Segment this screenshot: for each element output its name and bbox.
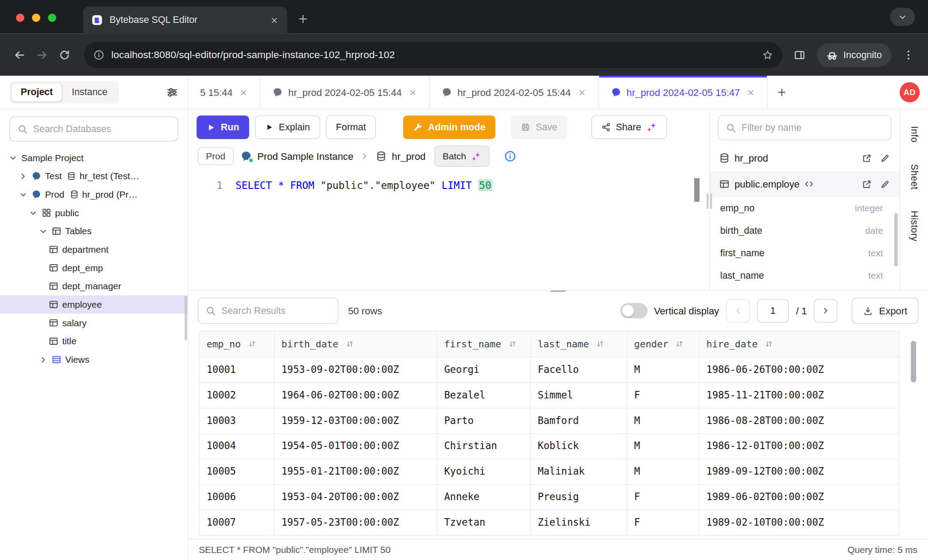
column-row-emp_no[interactable]: emp_nointeger [710,197,900,220]
cell[interactable]: M [627,408,699,433]
cell[interactable]: 1985-11-21T00:00:00Z [699,382,899,408]
schema-table-row[interactable]: public.employe [710,171,900,197]
chevron-down-icon[interactable] [8,153,18,163]
new-browser-tab-button[interactable] [293,9,313,29]
sort-icon[interactable] [346,340,354,348]
tree-item-salary[interactable]: salary [0,314,188,332]
tree-item-department[interactable]: department [0,240,188,259]
page-number-input[interactable] [757,299,789,323]
cell[interactable]: 1989-02-10T00:00:00Z [699,510,899,535]
chevron-down-icon[interactable] [38,226,48,236]
search-databases-input[interactable] [33,124,170,134]
column-row-first_name[interactable]: first_nametext [710,242,900,265]
window-close-button[interactable] [16,14,24,22]
tab-project[interactable]: Project [11,83,63,102]
back-button[interactable] [8,44,31,66]
window-minimize-button[interactable] [32,14,41,22]
column-header-last_name[interactable]: last_name [530,332,627,357]
reload-button[interactable] [53,44,76,66]
cell[interactable]: Georgi [437,357,530,383]
cell[interactable]: Chirstian [437,433,530,459]
cell[interactable]: Zielinski [530,510,627,535]
schema-panel-scrollbar[interactable] [894,213,898,266]
query-tab[interactable]: hr_prod 2024-02-05 15:44 [430,76,599,109]
column-header-hire_date[interactable]: hire_date [699,332,899,357]
tab-sheet[interactable]: Sheet [909,164,919,189]
sort-icon[interactable] [248,340,256,348]
cell[interactable]: M [627,357,699,383]
cell[interactable]: 10002 [199,382,274,408]
sidebar-scrollbar[interactable] [184,296,187,340]
column-header-emp_no[interactable]: emp_no [199,332,274,357]
sort-icon[interactable] [765,340,773,348]
cell[interactable]: Parto [437,408,530,433]
prev-page-button[interactable] [726,299,750,323]
column-header-gender[interactable]: gender [627,332,699,357]
run-button[interactable]: Run [196,115,249,139]
results-resize-handle[interactable] [550,290,566,292]
vertical-display-toggle[interactable] [620,303,648,318]
close-tab-icon[interactable] [577,88,586,97]
edit-icon[interactable] [880,179,890,189]
batch-button[interactable]: Batch [435,146,490,167]
chevron-right-icon[interactable] [18,171,28,181]
info-icon[interactable] [504,150,516,162]
cell[interactable]: Bezalel [437,382,530,408]
tab-info[interactable]: Info [909,126,919,142]
cell[interactable]: 1986-08-28T00:00:00Z [699,408,899,433]
close-tab-icon[interactable] [408,88,417,97]
sort-icon[interactable] [596,340,604,348]
tab-history[interactable]: History [909,211,919,242]
sort-icon[interactable] [675,340,684,348]
cell[interactable]: 1955-01-21T00:00:00Z [274,459,437,484]
code-icon[interactable] [804,179,814,189]
close-tab-icon[interactable] [239,88,248,97]
tree-item-tables[interactable]: Tables [0,222,188,240]
bookmark-star-icon[interactable] [762,49,773,60]
close-tab-icon[interactable] [747,88,755,97]
cell[interactable]: F [627,484,699,510]
save-button[interactable]: Save [511,115,567,139]
external-link-icon[interactable] [862,179,872,189]
cell[interactable]: 1953-09-02T00:00:00Z [274,357,437,383]
query-tab[interactable]: 5 15:44 [188,76,261,109]
cell[interactable]: 1989-09-12T00:00:00Z [699,459,899,484]
column-row-birth_date[interactable]: birth_datedate [710,220,900,242]
cell[interactable]: Anneke [437,484,530,510]
panel-resize-handle[interactable] [707,194,712,209]
format-button[interactable]: Format [326,115,376,139]
cell[interactable]: Kyoichi [437,459,530,484]
cell[interactable]: 1953-04-20T00:00:00Z [274,484,437,510]
cell[interactable]: 1954-05-01T00:00:00Z [274,433,437,459]
search-results-input[interactable] [221,306,331,316]
tab-instance[interactable]: Instance [62,83,117,102]
filter-settings-icon[interactable] [166,86,178,98]
tree-item-title[interactable]: title [0,332,188,350]
schema-database-row[interactable]: hr_prod [710,145,900,171]
cell[interactable]: 1959-12-03T00:00:00Z [274,408,437,433]
cell[interactable]: 1989-06-02T00:00:00Z [699,484,899,510]
cell[interactable]: Maliniak [530,459,627,484]
chevron-down-icon[interactable] [18,190,28,199]
forward-button[interactable] [31,44,53,66]
admin-mode-button[interactable]: Admin mode [403,115,496,139]
cell[interactable]: F [627,510,699,535]
side-panel-button[interactable] [788,44,811,66]
explain-button[interactable]: Explain [255,115,320,139]
chevron-down-icon[interactable] [29,208,38,218]
share-button[interactable]: Share [591,115,667,139]
external-link-icon[interactable] [862,153,872,163]
edit-icon[interactable] [880,153,890,163]
url-text[interactable]: localhost:8080/sql-editor/prod-sample-in… [111,49,755,61]
cell[interactable]: 10004 [199,433,274,459]
column-header-first_name[interactable]: first_name [437,332,530,357]
cell[interactable]: 1986-06-26T00:00:00Z [699,357,899,383]
cell[interactable]: 10005 [199,459,274,484]
cell[interactable]: 10006 [199,484,274,510]
filter-by-name-input[interactable] [742,122,884,133]
sql-editor[interactable]: 1 SELECT * FROM "public"."employee" LIMI… [188,172,709,290]
next-page-button[interactable] [814,299,838,323]
results-scrollbar[interactable] [911,341,916,382]
cell[interactable]: M [627,433,699,459]
cell[interactable]: Preusig [530,484,627,510]
